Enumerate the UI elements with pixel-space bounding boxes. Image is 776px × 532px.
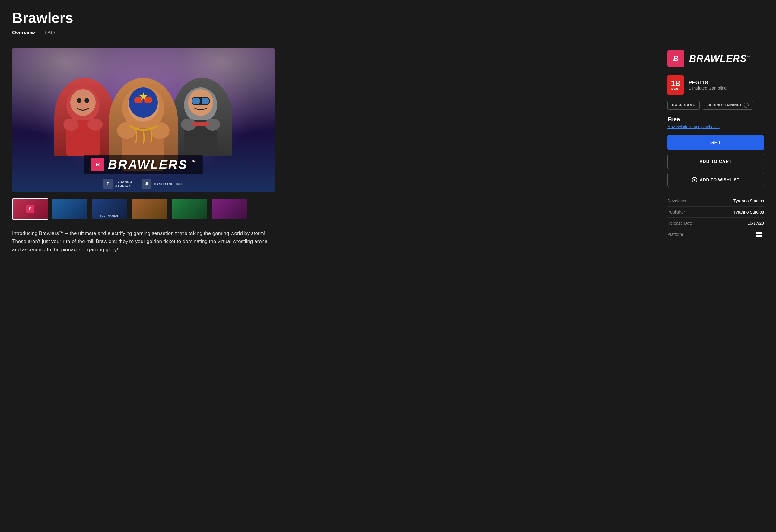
rating-row: 18 PEGI PEGI 18 Simulated Gambling <box>667 75 764 95</box>
thumb-img-6 <box>212 199 247 219</box>
iap-text[interactable]: May include in-app purchases <box>667 124 764 129</box>
hero-publishers: T TYRANNOSTUDIOS # HASHBANG, INC. <box>103 179 183 189</box>
publisher-key: Publisher <box>667 210 685 214</box>
svg-point-3 <box>87 118 103 130</box>
thumbnail-5[interactable] <box>171 199 208 220</box>
tab-navigation: Overview FAQ <box>12 30 764 39</box>
pegi-badge: 18 PEGI <box>667 75 684 95</box>
thumbnail-2[interactable] <box>52 199 88 220</box>
svg-rect-26 <box>759 232 762 234</box>
tag-row: BASE GAME BLOCKCHAIN/NFT i <box>667 101 764 110</box>
svg-rect-27 <box>756 235 759 237</box>
character-right-svg <box>172 78 229 156</box>
get-button[interactable]: GET <box>667 135 764 150</box>
sidebar-game-logo: B BRAWLERS™ <box>667 48 764 67</box>
thumbnail-3[interactable]: TOURNAMENT <box>92 199 128 220</box>
svg-rect-23 <box>202 98 209 104</box>
thumb-img-5 <box>172 199 207 219</box>
thumb-img-3: TOURNAMENT <box>92 199 127 219</box>
svg-point-6 <box>84 98 89 103</box>
tag-base-game[interactable]: BASE GAME <box>667 101 700 110</box>
svg-rect-25 <box>756 232 759 234</box>
svg-point-14 <box>144 97 152 103</box>
tyranno-icon: T <box>103 179 113 189</box>
hero-logo-overlay: B BRAWLERS ™ <box>84 155 203 174</box>
tyranno-name: TYRANNOSTUDIOS <box>115 180 132 188</box>
rating-subtitle: Simulated Gambling <box>689 86 727 90</box>
platform-value <box>756 232 764 238</box>
sidebar-game-title: BRAWLERS™ <box>689 53 751 64</box>
thumbnail-1[interactable]: B <box>12 199 48 220</box>
meta-release-date: Release Date 10/17/23 <box>667 218 764 229</box>
windows-icon <box>756 232 762 238</box>
tag-base-game-label: BASE GAME <box>672 103 695 107</box>
thumb1-logo: B <box>26 205 34 213</box>
release-date-value: 10/17/23 <box>748 221 764 226</box>
svg-point-10 <box>150 122 170 139</box>
svg-rect-24 <box>192 122 209 126</box>
thumb-img-4 <box>132 199 167 219</box>
developer-key: Developer <box>667 199 687 203</box>
main-layout: B BRAWLERS ™ T TYRANNOSTUDIOS # HASHBANG… <box>12 48 764 254</box>
hero-tm: ™ <box>191 159 196 164</box>
plus-icon: + <box>692 177 697 183</box>
character-left <box>54 78 115 156</box>
tab-overview[interactable]: Overview <box>12 30 35 39</box>
hero-brawlers-icon: B <box>91 158 105 171</box>
thumb-img-1: B <box>13 199 48 219</box>
character-center <box>109 78 178 168</box>
add-to-cart-button[interactable]: ADD TO CART <box>667 154 764 169</box>
sidebar-logo-icon: B <box>667 50 684 67</box>
tag-blockchain-label: BLOCKCHAIN/NFT <box>707 103 742 107</box>
svg-point-4 <box>70 89 95 116</box>
platform-key: Platform <box>667 232 683 238</box>
tab-faq[interactable]: FAQ <box>45 30 55 39</box>
thumbnail-strip: B TOURNAMENT <box>12 199 653 220</box>
release-date-key: Release Date <box>667 221 693 226</box>
rating-info: PEGI 18 Simulated Gambling <box>689 80 727 90</box>
svg-point-9 <box>117 122 136 139</box>
svg-rect-28 <box>759 235 762 237</box>
price-value: Free <box>667 116 680 122</box>
svg-point-2 <box>63 118 78 130</box>
hashbang-icon: # <box>142 179 152 189</box>
rating-title: PEGI 18 <box>689 80 727 86</box>
character-right <box>172 78 232 156</box>
thumb-img-2 <box>52 199 87 219</box>
pegi-label: PEGI <box>671 88 680 91</box>
svg-rect-22 <box>192 98 200 104</box>
game-description: Introducing Brawlers™ – the ultimate and… <box>12 229 268 254</box>
thumbnail-6[interactable] <box>211 199 247 220</box>
price-section: Free <box>667 116 764 123</box>
thumb3-label: TOURNAMENT <box>100 214 120 217</box>
thumbnail-4[interactable] <box>132 199 168 220</box>
hashbang-name: HASHBANG, INC. <box>154 183 183 186</box>
character-left-svg <box>54 78 112 156</box>
right-column: B BRAWLERS™ 18 PEGI PEGI 18 Simulated Ga… <box>667 48 764 241</box>
add-to-wishlist-button[interactable]: + ADD TO WISHLIST <box>667 173 764 187</box>
meta-table: Developer Tyranno Studios Publisher Tyra… <box>667 196 764 241</box>
hero-characters <box>12 78 274 168</box>
tag-blockchain[interactable]: BLOCKCHAIN/NFT i <box>703 101 753 110</box>
page-title: Brawlers <box>12 10 764 26</box>
publisher-value: Tyranno Studios <box>734 210 764 214</box>
hero-image: B BRAWLERS ™ T TYRANNOSTUDIOS # HASHBANG… <box>12 48 274 193</box>
publisher-hashbang: # HASHBANG, INC. <box>142 179 183 189</box>
meta-platform: Platform <box>667 229 764 241</box>
pegi-number: 18 <box>671 79 680 88</box>
svg-point-13 <box>134 97 143 103</box>
meta-publisher: Publisher Tyranno Studios <box>667 207 764 218</box>
publisher-tyranno: T TYRANNOSTUDIOS <box>103 179 132 189</box>
svg-point-12 <box>129 87 158 117</box>
svg-point-5 <box>77 98 81 103</box>
left-column: B BRAWLERS ™ T TYRANNOSTUDIOS # HASHBANG… <box>12 48 653 254</box>
developer-value: Tyranno Studios <box>734 199 764 203</box>
meta-developer: Developer Tyranno Studios <box>667 196 764 207</box>
hero-game-title: BRAWLERS <box>108 158 188 172</box>
info-icon[interactable]: i <box>744 103 749 108</box>
wishlist-label: ADD TO WISHLIST <box>700 177 740 182</box>
